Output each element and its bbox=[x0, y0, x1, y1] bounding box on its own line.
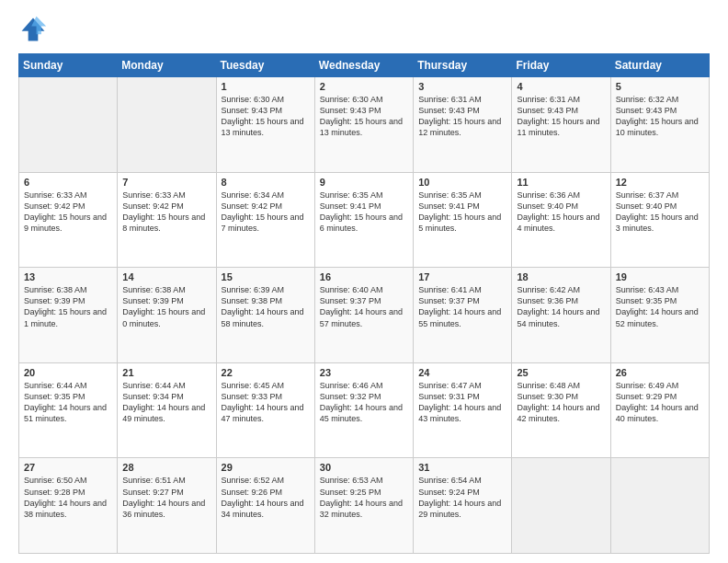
day-info: Sunrise: 6:44 AMSunset: 9:35 PMDaylight:… bbox=[24, 380, 112, 425]
calendar-cell: 16Sunrise: 6:40 AMSunset: 9:37 PMDayligh… bbox=[314, 268, 413, 363]
weekday-row: SundayMondayTuesdayWednesdayThursdayFrid… bbox=[19, 54, 710, 77]
calendar-week-3: 13Sunrise: 6:38 AMSunset: 9:39 PMDayligh… bbox=[19, 268, 710, 363]
day-number: 1 bbox=[222, 81, 310, 92]
calendar-cell: 1Sunrise: 6:30 AMSunset: 9:43 PMDaylight… bbox=[216, 77, 314, 173]
weekday-header-friday: Friday bbox=[512, 54, 610, 77]
calendar-cell: 8Sunrise: 6:34 AMSunset: 9:42 PMDaylight… bbox=[216, 172, 314, 268]
day-number: 28 bbox=[122, 462, 210, 473]
calendar-cell: 14Sunrise: 6:38 AMSunset: 9:39 PMDayligh… bbox=[118, 268, 216, 363]
day-info: Sunrise: 6:43 AMSunset: 9:35 PMDaylight:… bbox=[616, 284, 704, 329]
calendar-header: SundayMondayTuesdayWednesdayThursdayFrid… bbox=[19, 54, 710, 77]
calendar-cell: 11Sunrise: 6:36 AMSunset: 9:40 PMDayligh… bbox=[512, 172, 610, 268]
calendar-cell: 18Sunrise: 6:42 AMSunset: 9:36 PMDayligh… bbox=[512, 268, 610, 363]
calendar-cell: 24Sunrise: 6:47 AMSunset: 9:31 PMDayligh… bbox=[414, 362, 512, 458]
day-number: 7 bbox=[122, 177, 210, 188]
day-info: Sunrise: 6:45 AMSunset: 9:33 PMDaylight:… bbox=[222, 380, 310, 425]
weekday-header-thursday: Thursday bbox=[414, 54, 512, 77]
day-info: Sunrise: 6:31 AMSunset: 9:43 PMDaylight:… bbox=[418, 94, 506, 139]
calendar-cell: 21Sunrise: 6:44 AMSunset: 9:34 PMDayligh… bbox=[118, 362, 216, 458]
calendar-cell: 29Sunrise: 6:52 AMSunset: 9:26 PMDayligh… bbox=[216, 458, 314, 554]
day-number: 14 bbox=[122, 271, 210, 282]
day-number: 30 bbox=[320, 462, 408, 473]
page: SundayMondayTuesdayWednesdayThursdayFrid… bbox=[0, 0, 728, 563]
day-number: 21 bbox=[122, 367, 210, 378]
calendar-body: 1Sunrise: 6:30 AMSunset: 9:43 PMDaylight… bbox=[19, 77, 710, 554]
day-number: 11 bbox=[517, 177, 605, 188]
logo bbox=[18, 15, 51, 44]
calendar-cell bbox=[118, 77, 216, 173]
weekday-header-tuesday: Tuesday bbox=[216, 54, 314, 77]
day-number: 23 bbox=[320, 367, 408, 378]
day-info: Sunrise: 6:47 AMSunset: 9:31 PMDaylight:… bbox=[418, 380, 506, 425]
calendar-cell: 23Sunrise: 6:46 AMSunset: 9:32 PMDayligh… bbox=[314, 362, 413, 458]
calendar-cell: 30Sunrise: 6:53 AMSunset: 9:25 PMDayligh… bbox=[314, 458, 413, 554]
calendar-cell: 19Sunrise: 6:43 AMSunset: 9:35 PMDayligh… bbox=[610, 268, 709, 363]
day-info: Sunrise: 6:34 AMSunset: 9:42 PMDaylight:… bbox=[222, 190, 310, 235]
calendar-cell: 27Sunrise: 6:50 AMSunset: 9:28 PMDayligh… bbox=[19, 458, 118, 554]
logo-icon bbox=[18, 15, 48, 44]
day-info: Sunrise: 6:48 AMSunset: 9:30 PMDaylight:… bbox=[517, 380, 605, 425]
day-number: 6 bbox=[24, 177, 112, 188]
day-info: Sunrise: 6:40 AMSunset: 9:37 PMDaylight:… bbox=[320, 284, 408, 329]
calendar-table: SundayMondayTuesdayWednesdayThursdayFrid… bbox=[18, 53, 710, 554]
day-number: 20 bbox=[24, 367, 112, 378]
weekday-header-sunday: Sunday bbox=[19, 54, 118, 77]
day-info: Sunrise: 6:52 AMSunset: 9:26 PMDaylight:… bbox=[222, 475, 310, 520]
calendar-cell: 9Sunrise: 6:35 AMSunset: 9:41 PMDaylight… bbox=[314, 172, 413, 268]
day-number: 31 bbox=[418, 462, 506, 473]
day-info: Sunrise: 6:41 AMSunset: 9:37 PMDaylight:… bbox=[418, 284, 506, 329]
day-info: Sunrise: 6:49 AMSunset: 9:29 PMDaylight:… bbox=[616, 380, 704, 425]
day-info: Sunrise: 6:37 AMSunset: 9:40 PMDaylight:… bbox=[616, 190, 704, 235]
day-info: Sunrise: 6:50 AMSunset: 9:28 PMDaylight:… bbox=[24, 475, 112, 520]
day-info: Sunrise: 6:51 AMSunset: 9:27 PMDaylight:… bbox=[122, 475, 210, 520]
calendar-cell: 26Sunrise: 6:49 AMSunset: 9:29 PMDayligh… bbox=[610, 362, 709, 458]
day-info: Sunrise: 6:36 AMSunset: 9:40 PMDaylight:… bbox=[517, 190, 605, 235]
day-info: Sunrise: 6:39 AMSunset: 9:38 PMDaylight:… bbox=[222, 284, 310, 329]
weekday-header-monday: Monday bbox=[118, 54, 216, 77]
weekday-header-saturday: Saturday bbox=[610, 54, 709, 77]
day-info: Sunrise: 6:30 AMSunset: 9:43 PMDaylight:… bbox=[222, 94, 310, 139]
calendar-cell: 5Sunrise: 6:32 AMSunset: 9:43 PMDaylight… bbox=[610, 77, 709, 173]
day-info: Sunrise: 6:32 AMSunset: 9:43 PMDaylight:… bbox=[616, 94, 704, 139]
calendar-cell: 10Sunrise: 6:35 AMSunset: 9:41 PMDayligh… bbox=[414, 172, 512, 268]
day-info: Sunrise: 6:54 AMSunset: 9:24 PMDaylight:… bbox=[418, 475, 506, 520]
calendar-cell: 7Sunrise: 6:33 AMSunset: 9:42 PMDaylight… bbox=[118, 172, 216, 268]
day-number: 15 bbox=[222, 271, 310, 282]
day-info: Sunrise: 6:38 AMSunset: 9:39 PMDaylight:… bbox=[122, 284, 210, 329]
day-number: 29 bbox=[222, 462, 310, 473]
day-number: 17 bbox=[418, 271, 506, 282]
day-number: 27 bbox=[24, 462, 112, 473]
day-number: 12 bbox=[616, 177, 704, 188]
day-number: 5 bbox=[616, 81, 704, 92]
day-number: 2 bbox=[320, 81, 408, 92]
calendar-cell bbox=[610, 458, 709, 554]
calendar-cell bbox=[512, 458, 610, 554]
header bbox=[18, 15, 710, 44]
day-info: Sunrise: 6:42 AMSunset: 9:36 PMDaylight:… bbox=[517, 284, 605, 329]
day-info: Sunrise: 6:53 AMSunset: 9:25 PMDaylight:… bbox=[320, 475, 408, 520]
day-number: 26 bbox=[616, 367, 704, 378]
day-number: 18 bbox=[517, 271, 605, 282]
day-number: 4 bbox=[517, 81, 605, 92]
calendar-week-1: 1Sunrise: 6:30 AMSunset: 9:43 PMDaylight… bbox=[19, 77, 710, 173]
day-number: 10 bbox=[418, 177, 506, 188]
calendar-cell: 20Sunrise: 6:44 AMSunset: 9:35 PMDayligh… bbox=[19, 362, 118, 458]
day-info: Sunrise: 6:35 AMSunset: 9:41 PMDaylight:… bbox=[418, 190, 506, 235]
day-number: 24 bbox=[418, 367, 506, 378]
day-number: 25 bbox=[517, 367, 605, 378]
calendar-cell: 2Sunrise: 6:30 AMSunset: 9:43 PMDaylight… bbox=[314, 77, 413, 173]
day-info: Sunrise: 6:38 AMSunset: 9:39 PMDaylight:… bbox=[24, 284, 112, 329]
day-info: Sunrise: 6:33 AMSunset: 9:42 PMDaylight:… bbox=[24, 190, 112, 235]
day-number: 9 bbox=[320, 177, 408, 188]
calendar-cell: 15Sunrise: 6:39 AMSunset: 9:38 PMDayligh… bbox=[216, 268, 314, 363]
day-number: 19 bbox=[616, 271, 704, 282]
calendar-cell: 31Sunrise: 6:54 AMSunset: 9:24 PMDayligh… bbox=[414, 458, 512, 554]
calendar-cell: 6Sunrise: 6:33 AMSunset: 9:42 PMDaylight… bbox=[19, 172, 118, 268]
calendar-cell: 4Sunrise: 6:31 AMSunset: 9:43 PMDaylight… bbox=[512, 77, 610, 173]
day-number: 16 bbox=[320, 271, 408, 282]
calendar-week-2: 6Sunrise: 6:33 AMSunset: 9:42 PMDaylight… bbox=[19, 172, 710, 268]
day-info: Sunrise: 6:35 AMSunset: 9:41 PMDaylight:… bbox=[320, 190, 408, 235]
day-number: 22 bbox=[222, 367, 310, 378]
calendar-cell: 3Sunrise: 6:31 AMSunset: 9:43 PMDaylight… bbox=[414, 77, 512, 173]
day-info: Sunrise: 6:33 AMSunset: 9:42 PMDaylight:… bbox=[122, 190, 210, 235]
